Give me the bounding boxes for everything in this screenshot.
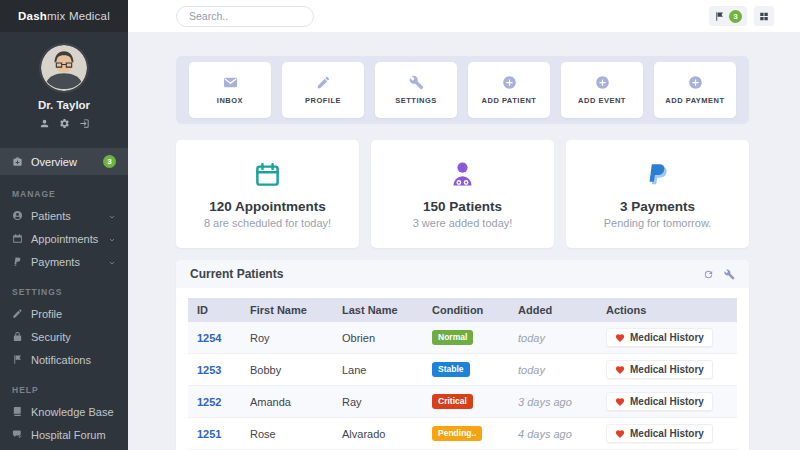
patient-last-name: Ray [334, 386, 424, 418]
patient-first-name: Rose [242, 418, 334, 450]
action-label: Medical History [630, 396, 704, 407]
heart-icon [615, 397, 625, 407]
patient-first-name: Bobby [242, 354, 334, 386]
sidebar-section-settings: Settings [0, 273, 128, 302]
sidebar-item-payments[interactable]: Payments [0, 250, 128, 273]
stat-subtitle: 3 were added today! [413, 217, 513, 229]
sidebar-item-overview[interactable]: Overview 3 [0, 148, 128, 175]
patients-stat-card[interactable]: 150 Patients 3 were added today! [371, 140, 554, 248]
heart-icon [615, 333, 625, 343]
sidebar-item-label: Notifications [31, 354, 116, 366]
heart-icon [615, 429, 625, 439]
apps-grid-button[interactable] [754, 6, 774, 26]
sidebar-item-patients[interactable]: Patients [0, 204, 128, 227]
patient-id-link[interactable]: 1254 [197, 332, 221, 344]
refresh-icon[interactable] [703, 269, 714, 280]
action-label: Medical History [630, 332, 704, 343]
sidebar-item-security[interactable]: Security [0, 325, 128, 348]
brand-bold: Dash [18, 10, 47, 22]
col-id: ID [188, 298, 242, 322]
appointments-stat-card[interactable]: 120 Appointments 8 are scheduled for tod… [176, 140, 359, 248]
heart-icon [615, 365, 625, 375]
user-name[interactable]: Dr. Taylor [0, 99, 128, 111]
payments-stat-card[interactable]: 3 Payments Pending for tomorrow. [566, 140, 749, 248]
added-date: 3 days ago [518, 396, 572, 408]
stat-title: 150 Patients [423, 199, 502, 214]
wrench-icon [409, 75, 424, 90]
patients-table: ID First Name Last Name Condition Added … [188, 298, 737, 450]
flag-icon [714, 11, 725, 22]
quick-action-label: SETTINGS [395, 96, 437, 105]
quick-action-label: INBOX [217, 96, 243, 105]
sidebar-item-appointments[interactable]: Appointments [0, 227, 128, 250]
table-row: 1251 Rose Alvarado Pending.. 4 days ago … [188, 418, 737, 450]
sidebar-section-dashboards: Dashboards [0, 446, 128, 450]
patient-id-link[interactable]: 1253 [197, 364, 221, 376]
patients-table-wrap: ID First Name Last Name Condition Added … [176, 288, 749, 450]
lock-icon [12, 331, 23, 342]
overview-badge: 3 [103, 155, 116, 168]
patient-last-name: Alvarado [334, 418, 424, 450]
medical-history-button[interactable]: Medical History [606, 392, 713, 411]
inbox-button[interactable]: INBOX [189, 62, 271, 118]
paypal-icon [12, 256, 23, 267]
sidebar-item-label: Appointments [31, 233, 100, 245]
sign-out-icon[interactable] [79, 118, 90, 129]
brand-logo[interactable]: Dashmix Medical [0, 0, 128, 32]
patient-id-link[interactable]: 1251 [197, 428, 221, 440]
card-tools [703, 269, 735, 280]
condition-badge: Critical [432, 394, 473, 410]
patient-id-link[interactable]: 1252 [197, 396, 221, 408]
doctor-icon [448, 160, 477, 189]
calendar-icon [12, 233, 23, 244]
user-profile-icon[interactable] [39, 118, 50, 129]
table-row: 1254 Roy Obrien Normal today Medical His… [188, 322, 737, 354]
medical-history-button[interactable]: Medical History [606, 424, 713, 443]
action-label: Medical History [630, 364, 704, 375]
sidebar-item-hospital-forum[interactable]: Hospital Forum [0, 423, 128, 446]
gear-icon[interactable] [59, 118, 70, 129]
chevron-down-icon [108, 230, 116, 248]
sidebar: Dashmix Medical Dr. Taylor Overview 3 Ma… [0, 0, 128, 450]
grid-icon [759, 11, 769, 22]
user-block: Dr. Taylor [0, 32, 128, 139]
pencil-icon [12, 308, 23, 319]
sidebar-item-notifications[interactable]: Notifications [0, 348, 128, 371]
search-input[interactable] [176, 6, 314, 27]
sidebar-section-help: Help [0, 371, 128, 400]
medical-history-button[interactable]: Medical History [606, 328, 713, 347]
user-quick-icons [0, 118, 128, 129]
medical-history-button[interactable]: Medical History [606, 360, 713, 379]
profile-button[interactable]: PROFILE [282, 62, 364, 118]
quick-action-label: ADD PAYMENT [665, 96, 724, 105]
settings-button[interactable]: SETTINGS [375, 62, 457, 118]
sidebar-item-label: Profile [31, 308, 116, 320]
notifications-button[interactable]: 3 [709, 6, 747, 26]
sidebar-item-label: Patients [31, 210, 100, 222]
medkit-icon [12, 156, 23, 167]
action-label: Medical History [630, 428, 704, 439]
sidebar-item-label: Security [31, 331, 116, 343]
plus-circle-icon [502, 75, 517, 90]
card-title: Current Patients [190, 267, 703, 281]
main-content: INBOX PROFILE SETTINGS ADD PATIENT ADD E… [128, 32, 800, 450]
sidebar-item-knowledge-base[interactable]: Knowledge Base [0, 400, 128, 423]
add-event-button[interactable]: ADD EVENT [561, 62, 643, 118]
patient-last-name: Obrien [334, 322, 424, 354]
sidebar-item-label: Payments [31, 256, 100, 268]
add-patient-button[interactable]: ADD PATIENT [468, 62, 550, 118]
calendar-icon [254, 161, 281, 188]
add-payment-button[interactable]: ADD PAYMENT [654, 62, 736, 118]
wrench-icon[interactable] [724, 269, 735, 280]
added-date: today [518, 332, 545, 344]
card-header: Current Patients [176, 260, 749, 288]
col-first-name: First Name [242, 298, 334, 322]
quick-action-label: PROFILE [305, 96, 341, 105]
stat-subtitle: Pending for tomorrow. [604, 217, 712, 229]
envelope-icon [223, 75, 238, 90]
sidebar-item-profile[interactable]: Profile [0, 302, 128, 325]
stat-subtitle: 8 are scheduled for today! [204, 217, 331, 229]
avatar[interactable] [41, 45, 87, 91]
sidebar-section-manage: Manage [0, 175, 128, 204]
patient-first-name: Roy [242, 322, 334, 354]
